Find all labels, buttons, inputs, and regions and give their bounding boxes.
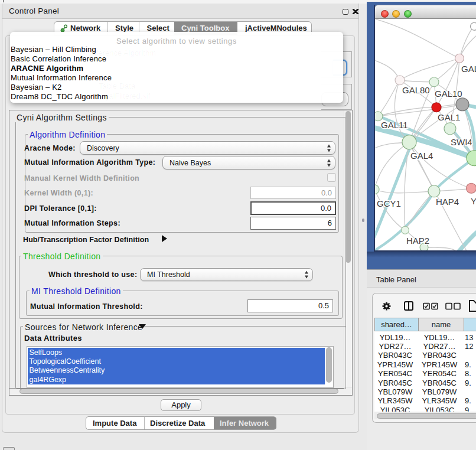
svg-text:GAL4: GAL4 — [410, 150, 433, 160]
svg-text:GAL11: GAL11 — [381, 119, 408, 129]
svg-text:GAL80: GAL80 — [402, 84, 430, 94]
svg-text:YM: YM — [471, 195, 476, 206]
svg-text:SWI4: SWI4 — [451, 136, 472, 146]
svg-text:GAL10: GAL10 — [435, 88, 462, 98]
svg-text:GAL1: GAL1 — [438, 112, 460, 122]
svg-text:HAP4: HAP4 — [436, 196, 459, 206]
svg-text:GAL7: GAL7 — [461, 63, 476, 73]
svg-text:HAP2: HAP2 — [406, 235, 429, 245]
svg-text:GCY1: GCY1 — [377, 198, 401, 208]
